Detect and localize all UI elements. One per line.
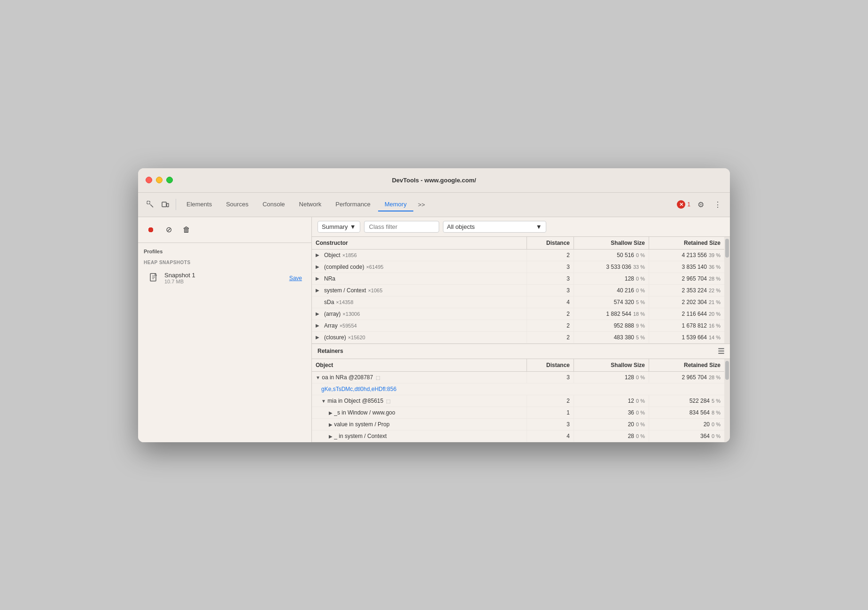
constructor-count: ×15620: [348, 335, 365, 340]
heap-table-header: Constructor Distance Shallow Size Retain…: [312, 237, 724, 250]
class-filter-input[interactable]: [364, 221, 439, 233]
retainer-object-cell: ▶ _s in Window / www.goo: [312, 407, 527, 418]
constructor-name: (array): [324, 311, 341, 317]
retainer-row[interactable]: gKe,sTsDMc,dtl0hd,eHDfl:856: [312, 383, 724, 395]
table-row[interactable]: ▶ system / Context ×1065 3 40 2160 %: [312, 285, 724, 297]
select-element-button[interactable]: [144, 198, 157, 211]
nav-tabs: Elements Sources Console Network Perform…: [180, 198, 675, 211]
titlebar: DevTools - www.google.com/: [138, 168, 730, 193]
retainer-row[interactable]: ▶ _ in system / Context 4 280 % 3640 %: [312, 430, 724, 442]
retainer-row[interactable]: ▼ mia in Object @85615 ⬚ 2 120 % 522 284…: [312, 395, 724, 407]
snapshot-icon: [147, 272, 161, 285]
scrollbar-thumb[interactable]: [725, 239, 729, 258]
retainers-scrollbar[interactable]: [724, 359, 730, 442]
error-icon: ✕: [677, 200, 685, 209]
table-row[interactable]: ▶ (compiled code) ×61495 3 3 533 03633 %: [312, 261, 724, 273]
retainer-object-cell: ▼ oa in NRa @208787 ⬚: [312, 372, 527, 383]
constructor-name: NRa: [324, 275, 335, 282]
svg-rect-0: [147, 201, 150, 204]
heap-table-body: ▶ Object ×1856 2 50 5160 %: [312, 250, 724, 344]
expand-arrow[interactable]: ▶: [329, 434, 333, 439]
delete-button[interactable]: 🗑: [179, 223, 194, 237]
tab-elements[interactable]: Elements: [180, 198, 218, 211]
retainer-link-cell: gKe,sTsDMc,dtl0hd,eHDfl:856: [312, 383, 724, 395]
tab-network[interactable]: Network: [293, 198, 328, 211]
view-select[interactable]: Summary ▼: [318, 221, 360, 233]
retainer-header-object: Object: [312, 359, 527, 371]
expand-arrow[interactable]: ▶: [316, 276, 322, 281]
error-badge[interactable]: ✕ 1: [677, 200, 690, 209]
minimize-button[interactable]: [156, 177, 163, 183]
retainers-scrollbar-thumb[interactable]: [725, 361, 729, 380]
constructor-count: ×1065: [368, 288, 382, 293]
table-row[interactable]: ▶ (array) ×13006 2 1 882 54418 %: [312, 308, 724, 320]
snapshot-save-link[interactable]: Save: [289, 275, 302, 282]
constructor-name: system / Context: [324, 287, 366, 294]
snapshot-item[interactable]: Snapshot 1 10.7 MB Save: [144, 269, 306, 288]
settings-button[interactable]: ⚙: [694, 198, 707, 211]
retainer-row[interactable]: ▶ value in system / Prop 3 200 % 200 %: [312, 419, 724, 430]
more-tabs-button[interactable]: >>: [414, 199, 429, 210]
tab-performance[interactable]: Performance: [329, 198, 377, 211]
object-icon: ⬚: [376, 375, 380, 380]
table-row[interactable]: ▶ NRa 3 1280 % 2 965: [312, 273, 724, 285]
tab-console[interactable]: Console: [256, 198, 292, 211]
toolbar-right: ✕ 1 ⚙ ⋮: [677, 198, 724, 211]
retained-cell: 4 213 55639 %: [649, 250, 724, 261]
expand-arrow[interactable]: ▶: [329, 422, 333, 427]
main-content: ⏺ ⊘ 🗑 Profiles HEAP SNAPSHOTS: [138, 217, 730, 442]
expand-arrow[interactable]: ▶: [316, 335, 322, 340]
header-retained-size: Retained Size: [649, 237, 724, 249]
retainer-object: value in system / Prop: [334, 421, 389, 428]
expand-arrow[interactable]: ▶: [316, 264, 322, 269]
retainer-header-shallow: Shallow Size: [574, 359, 649, 371]
maximize-button[interactable]: [166, 177, 173, 183]
table-row[interactable]: ▶ (closure) ×15620 2 483 3805 %: [312, 332, 724, 344]
objects-select-arrow: ▼: [536, 223, 542, 230]
constructor-name: Array: [324, 322, 338, 329]
close-button[interactable]: [146, 177, 152, 183]
table-row[interactable]: ▶ sDa ×14358 4 574 3205 %: [312, 297, 724, 308]
constructor-cell: ▶ (closure) ×15620: [312, 332, 527, 343]
expand-arrow[interactable]: ▶: [316, 311, 322, 316]
svg-rect-2: [167, 203, 169, 207]
view-select-label: Summary: [322, 223, 348, 230]
expand-arrow[interactable]: ▼: [316, 375, 320, 380]
constructor-cell: ▶ sDa ×14358: [312, 297, 527, 308]
retainers-title: Retainers: [318, 348, 343, 354]
expand-arrow[interactable]: ▶: [316, 323, 322, 328]
expand-arrow[interactable]: ▶: [316, 288, 322, 293]
constructor-cell: ▶ (array) ×13006: [312, 308, 527, 320]
retainers-table-header: Object Distance Shallow Size Retained Si…: [312, 359, 724, 372]
expand-arrow[interactable]: ▶: [329, 410, 333, 415]
svg-rect-1: [162, 202, 166, 207]
table-row[interactable]: ▶ Array ×59554 2 952 8889 %: [312, 320, 724, 332]
tab-memory[interactable]: Memory: [378, 198, 413, 211]
objects-select[interactable]: All objects ▼: [443, 221, 546, 233]
retainer-row[interactable]: ▼ oa in NRa @208787 ⬚ 3 1280 % 2 965 704…: [312, 372, 724, 383]
tab-sources[interactable]: Sources: [219, 198, 255, 211]
retainer-object: _ in system / Context: [334, 433, 387, 439]
panel-toolbar: Summary ▼ All objects ▼: [312, 217, 730, 237]
objects-select-label: All objects: [447, 223, 534, 230]
heap-section-title: HEAP SNAPSHOTS: [144, 260, 306, 265]
header-distance: Distance: [527, 237, 574, 249]
record-button[interactable]: ⏺: [144, 223, 158, 237]
heap-scrollbar[interactable]: [724, 237, 730, 344]
retainers-menu-icon[interactable]: ☰: [718, 347, 724, 356]
table-row[interactable]: ▶ Object ×1856 2 50 5160 %: [312, 250, 724, 261]
heap-snapshot-table: Constructor Distance Shallow Size Retain…: [312, 237, 730, 442]
retainer-row[interactable]: ▶ _s in Window / www.goo 1 360 % 834 564…: [312, 407, 724, 419]
expand-arrow[interactable]: ▶: [316, 252, 322, 258]
retainer-object: mia in Object @85615: [327, 398, 385, 404]
constructor-name: Object: [324, 252, 341, 258]
responsive-mode-button[interactable]: [159, 198, 172, 211]
more-options-button[interactable]: ⋮: [711, 198, 724, 211]
constructor-name: (compiled code): [324, 264, 364, 270]
profiles-section: Profiles HEAP SNAPSHOTS Snapshot 1 10.7 …: [138, 243, 311, 293]
retainer-link[interactable]: gKe,sTsDMc,dtl0hd,eHDfl:856: [321, 386, 396, 392]
retainer-header-distance: Distance: [527, 359, 574, 371]
expand-arrow[interactable]: ▼: [321, 399, 326, 404]
clear-button[interactable]: ⊘: [162, 223, 176, 237]
retainers-header: Retainers ☰: [312, 344, 730, 359]
